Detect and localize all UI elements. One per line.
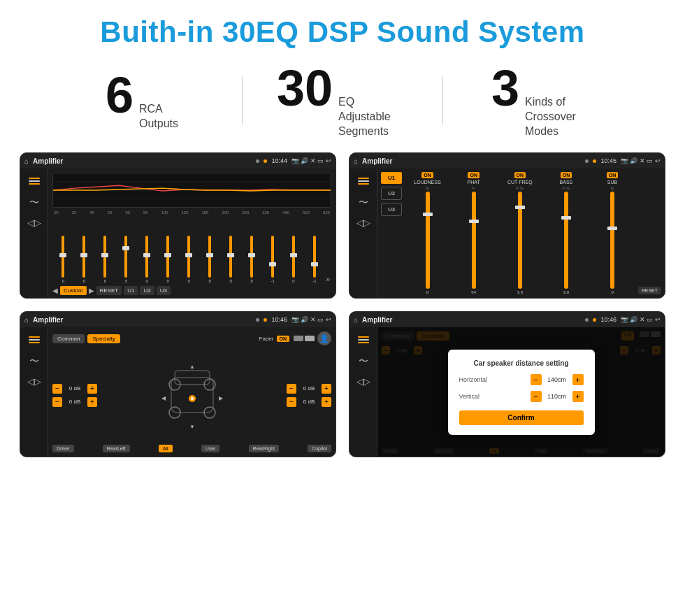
stat-rca-number: 6 bbox=[106, 70, 134, 120]
eq-topbar-time: 10:44 bbox=[271, 157, 287, 164]
cross-on-sub[interactable]: ON bbox=[607, 172, 619, 178]
cross-name-sub: SUB bbox=[607, 180, 617, 185]
eq-slider-9[interactable]: 0 bbox=[243, 236, 261, 283]
cross-on-phat[interactable]: ON bbox=[468, 172, 480, 178]
cross-slider-cutfreq[interactable] bbox=[518, 192, 522, 289]
eq-tune-icon[interactable] bbox=[26, 174, 43, 188]
fader-db-val-2: 0 dB bbox=[65, 399, 85, 405]
svg-point-11 bbox=[191, 397, 194, 400]
fader-user-btn[interactable]: User bbox=[201, 445, 220, 452]
fader-tab-specialty[interactable]: Specialty bbox=[87, 334, 120, 343]
eq-slider-11[interactable]: 0 bbox=[284, 236, 303, 283]
fader-plus-3[interactable]: + bbox=[322, 384, 331, 394]
eq-slider-5[interactable]: 0 bbox=[159, 236, 178, 283]
fader-db-row-4: − 0 dB + bbox=[287, 397, 331, 407]
fader-speaker-icon[interactable]: ◁▷ bbox=[27, 376, 41, 387]
fader-plus-4[interactable]: + bbox=[322, 397, 331, 407]
cross-slider-bass[interactable] bbox=[564, 192, 568, 289]
eq-u3-btn[interactable]: U3 bbox=[157, 286, 171, 295]
eq-prev-icon[interactable]: ◀ bbox=[52, 287, 58, 294]
fader-copilot-btn[interactable]: Copilot bbox=[308, 445, 331, 452]
cross-preset-u2[interactable]: U2 bbox=[381, 187, 402, 200]
eq-reset-btn[interactable]: RESET bbox=[96, 286, 122, 295]
eq-slider-10[interactable]: -1 bbox=[264, 236, 282, 283]
cross-ch-sub: ON SUB G 0 bbox=[591, 172, 635, 294]
eq-more-icon[interactable]: » bbox=[326, 275, 330, 283]
fader-screen-content: 〜 ◁▷ Common Specialty Fader ON 👤 bbox=[20, 327, 336, 457]
eq-slider-3[interactable]: 5 bbox=[117, 236, 136, 283]
cross-slider-loudness[interactable] bbox=[426, 192, 430, 289]
dist-topbar-title: Amplifier bbox=[362, 316, 392, 324]
eq-slider-0[interactable]: 0 bbox=[54, 236, 73, 283]
distance-screen-panel: ⌂ Amplifier 10:46 📷 🔊 ✕ ▭ ↩ 〜 ◁▷ Common … bbox=[349, 311, 665, 457]
fader-minus-2[interactable]: − bbox=[52, 397, 62, 407]
car-diagram: ▲ ▼ ◀ ▶ bbox=[161, 360, 224, 430]
cross-on-cutfreq[interactable]: ON bbox=[514, 172, 526, 178]
dialog-horizontal-plus[interactable]: + bbox=[572, 374, 584, 385]
fader-home-icon[interactable]: ⌂ bbox=[24, 316, 29, 324]
fader-wave-icon[interactable]: 〜 bbox=[29, 355, 39, 368]
eq-next-icon[interactable]: ▶ bbox=[89, 287, 94, 294]
stat-crossover-number: 3 bbox=[491, 63, 519, 113]
cross-tune-icon[interactable] bbox=[355, 174, 372, 188]
cross-status-dot bbox=[585, 159, 589, 163]
eq-slider-6[interactable]: 0 bbox=[180, 236, 199, 283]
dist-speaker-icon[interactable]: ◁▷ bbox=[356, 376, 370, 387]
fader-rearright-btn[interactable]: RearRight bbox=[249, 445, 280, 452]
cross-slider-sub[interactable] bbox=[610, 192, 614, 289]
fader-on-badge[interactable]: ON bbox=[277, 336, 290, 342]
cross-home-icon[interactable]: ⌂ bbox=[354, 157, 358, 165]
fader-all-btn[interactable]: All bbox=[159, 445, 173, 452]
dist-wave-icon[interactable]: 〜 bbox=[359, 355, 368, 368]
dist-tune-icon[interactable] bbox=[355, 333, 372, 347]
eq-custom-btn[interactable]: Custom bbox=[60, 286, 87, 295]
speaker-icon[interactable]: ◁▷ bbox=[27, 217, 41, 228]
eq-topbar-title: Amplifier bbox=[33, 157, 63, 165]
eq-slider-7[interactable]: 0 bbox=[201, 236, 219, 283]
dialog-vertical-minus[interactable]: − bbox=[531, 391, 542, 402]
eq-slider-8[interactable]: 0 bbox=[222, 236, 240, 283]
cross-preset-u3[interactable]: U3 bbox=[381, 203, 402, 216]
fader-plus-2[interactable]: + bbox=[87, 397, 97, 407]
dialog-confirm-button[interactable]: Confirm bbox=[459, 410, 584, 425]
cross-on-loudness[interactable]: ON bbox=[421, 172, 433, 178]
fader-minus-4[interactable]: − bbox=[287, 397, 296, 407]
fader-minus-3[interactable]: − bbox=[287, 384, 296, 394]
fader-plus-1[interactable]: + bbox=[87, 384, 97, 394]
eq-u2-btn[interactable]: U2 bbox=[140, 286, 154, 295]
cross-sidebar: 〜 ◁▷ bbox=[349, 169, 377, 298]
fader-right-controls: − 0 dB + − 0 dB + bbox=[287, 348, 331, 442]
fader-tab-common[interactable]: Common bbox=[52, 334, 85, 343]
crossover-main-area: U1 U2 U3 ON LOUDNESS G 0 bbox=[377, 169, 665, 298]
cross-preset-u1[interactable]: U1 bbox=[381, 172, 402, 184]
cross-wave-icon[interactable]: 〜 bbox=[359, 196, 368, 209]
fader-driver-btn[interactable]: Driver bbox=[52, 445, 74, 452]
home-icon[interactable]: ⌂ bbox=[24, 157, 29, 165]
cross-on-bass[interactable]: ON bbox=[561, 172, 572, 178]
dialog-vertical-label: Vertical bbox=[459, 393, 480, 400]
cross-name-cutfreq: CUT FREQ bbox=[507, 180, 533, 185]
svg-text:◀: ◀ bbox=[161, 395, 166, 401]
fader-rearleft-btn[interactable]: RearLeft bbox=[103, 445, 130, 452]
wave-icon[interactable]: 〜 bbox=[29, 196, 39, 209]
dist-home-icon[interactable]: ⌂ bbox=[354, 316, 358, 324]
eq-slider-2[interactable]: 0 bbox=[96, 236, 115, 283]
fader-minus-1[interactable]: − bbox=[52, 384, 62, 394]
stat-crossover-desc: Kinds of Crossover Modes bbox=[525, 95, 595, 138]
fader-tune-icon[interactable] bbox=[26, 333, 43, 347]
dialog-vertical-plus[interactable]: + bbox=[572, 391, 584, 402]
fader-topbar-icons: 📷 🔊 ✕ ▭ ↩ bbox=[291, 316, 331, 323]
screens-grid: ⌂ Amplifier 10:44 📷 🔊 ✕ ▭ ↩ 〜 ◁▷ bbox=[0, 150, 685, 464]
cross-reset-btn[interactable]: RESET bbox=[638, 287, 661, 294]
dialog-horizontal-row: Horizontal − 140cm + bbox=[459, 374, 584, 385]
cross-slider-phat[interactable] bbox=[472, 192, 476, 289]
fader-main-area: Common Specialty Fader ON 👤 − bbox=[48, 327, 336, 457]
dialog-horizontal-minus[interactable]: − bbox=[531, 374, 542, 385]
cross-speaker-icon[interactable]: ◁▷ bbox=[356, 217, 370, 228]
eq-slider-12[interactable]: -1 bbox=[305, 236, 324, 283]
fader-screen-panel: ⌂ Amplifier 10:46 📷 🔊 ✕ ▭ ↩ 〜 ◁▷ Common … bbox=[20, 311, 336, 457]
eq-slider-4[interactable]: 0 bbox=[138, 236, 157, 283]
cross-ch-bass: ON BASS F G 3.0 bbox=[544, 172, 588, 294]
eq-u1-btn[interactable]: U1 bbox=[124, 286, 138, 295]
eq-slider-1[interactable]: 0 bbox=[75, 236, 94, 283]
